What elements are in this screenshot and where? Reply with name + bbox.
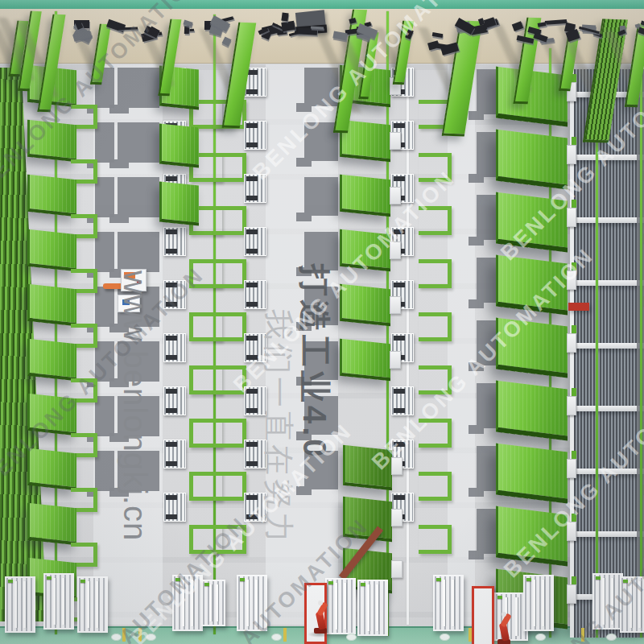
vignette-overlay — [0, 0, 644, 644]
factory-render-scene: www.benlongkj.cn 打造工业4.0 我们一直在努力 BENLONG… — [0, 0, 644, 644]
